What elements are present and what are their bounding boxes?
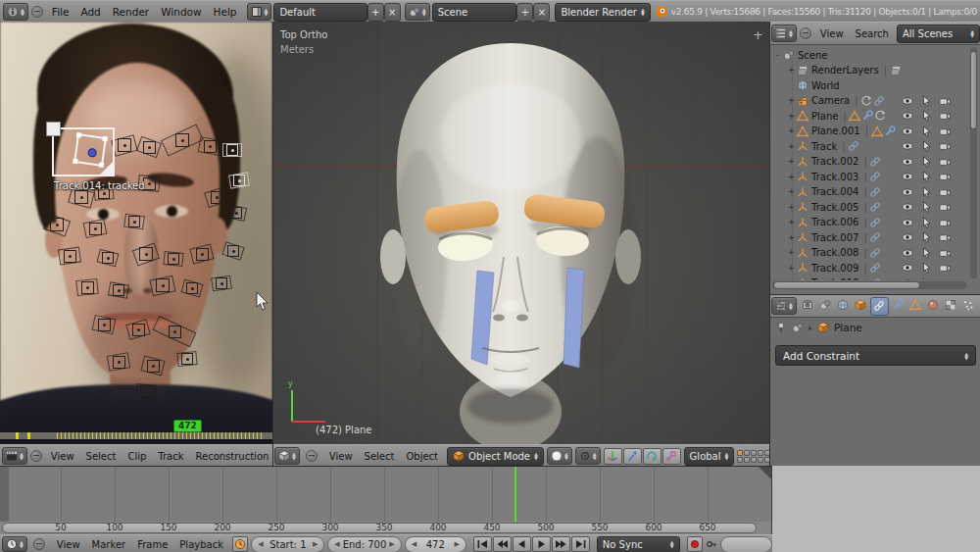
viewport-shading-button[interactable]: ▲▼ [547,447,572,465]
layer-toggle[interactable] [744,450,750,456]
outliner-row-track.005[interactable]: +Track.005| [769,199,966,215]
clip-collapse-menus-button[interactable] [30,450,42,462]
restrict-render-icon[interactable] [938,262,951,275]
properties-tab-data[interactable] [907,297,924,314]
outliner-row-plane[interactable]: +Plane| [769,108,966,124]
movie-clip-editor[interactable]: Track.014: tracked 472 [0,22,272,444]
manipulator-rotate-button[interactable] [643,448,662,465]
expander-icon[interactable]: + [787,233,796,242]
outliner-row-track.003[interactable]: +Track.003| [769,169,966,184]
editor-type-timeline-button[interactable]: ▲▼ [2,536,27,552]
keying-set-field[interactable] [720,536,772,552]
timeline-menu-frame[interactable]: Frame [131,539,173,550]
outliner-hscrollbar[interactable] [772,281,966,289]
layer-toggle[interactable] [751,457,757,463]
current-frame-field[interactable]: ◀472▶ [405,536,466,552]
restrict-view-icon[interactable] [901,171,913,183]
info-menu-file[interactable]: File [46,6,75,18]
next-keyframe-button[interactable] [552,536,570,552]
expander-icon[interactable]: + [787,173,796,181]
editor-type-3dview-button[interactable]: ▲▼ [274,447,300,465]
layer-toggle[interactable] [744,457,750,463]
vp-collapse-menus-button[interactable] [306,450,318,462]
restrict-view-icon[interactable] [901,155,913,168]
timeline-editor[interactable]: 50100150200250300350400450500550600650 [0,466,772,534]
divider[interactable] [769,22,770,466]
timeline-playhead[interactable] [514,466,516,522]
timeline-menu-playback[interactable]: Playback [173,539,229,550]
link-icon[interactable] [869,231,882,244]
jump-end-button[interactable] [571,536,590,552]
track-pattern-box[interactable] [74,133,107,167]
link-icon[interactable] [848,140,860,153]
mesh-icon[interactable] [849,110,861,123]
autokey-record-button[interactable] [687,536,703,552]
layer-toggle[interactable] [751,450,757,456]
restrict-view-icon[interactable] [901,125,913,137]
restrict-select-icon[interactable] [919,110,932,123]
restrict-select-icon[interactable] [919,216,932,228]
clip-frames-strip[interactable] [0,432,272,439]
properties-tab-scene[interactable] [817,297,834,314]
wrench-icon[interactable] [883,125,896,137]
restrict-render-icon[interactable] [938,246,951,259]
divider[interactable] [0,466,772,467]
prev-keyframe-button[interactable] [493,536,512,552]
restrict-view-icon[interactable] [901,185,913,198]
restrict-view-icon[interactable] [901,201,913,214]
viewport-menu-select[interactable]: Select [359,451,401,462]
outliner-row-track.008[interactable]: +Track.008| [769,245,966,261]
properties-tab-render[interactable] [800,297,816,314]
layer-toggle[interactable] [758,450,763,456]
delete-layout-button[interactable]: × [384,3,401,22]
clip-menu-view[interactable]: View [45,451,80,462]
outliner-row-world[interactable]: World [769,77,966,93]
timeline-menu-marker[interactable]: Marker [86,539,132,550]
outliner-row-track.006[interactable]: +Track.006| [769,215,966,230]
restrict-select-icon[interactable] [919,201,932,214]
restrict-view-icon[interactable] [901,262,913,275]
expander-icon[interactable]: + [787,66,796,75]
restrict-select-icon[interactable] [919,276,932,280]
outliner-row-track.010[interactable]: +Track.010| [769,276,966,281]
3d-viewport[interactable]: y Top Ortho Meters (472) Plane + [272,22,769,444]
delete-scene-button[interactable]: × [533,3,550,22]
expander-icon[interactable]: + [787,218,796,226]
play-reverse-button[interactable] [513,536,531,552]
restrict-select-icon[interactable] [919,155,932,168]
frame-start-field[interactable]: ◀Start: 1▶ [251,536,324,552]
expander-icon[interactable]: + [787,112,796,121]
add-constraint-button[interactable]: Add Constraint ▲▼ [775,345,976,366]
pivot-point-button[interactable]: ▲▼ [575,447,601,465]
link-icon[interactable] [869,171,882,183]
viewport-menu-object[interactable]: Object [400,451,444,462]
expander-icon[interactable]: + [787,126,796,135]
properties-tab-modifiers[interactable] [890,297,906,314]
expander-icon[interactable]: + [787,248,796,257]
timeline-resize-corner[interactable] [758,466,771,479]
expander-icon[interactable]: + [787,264,796,273]
info-menu-render[interactable]: Render [107,6,155,18]
link-icon[interactable] [869,185,882,198]
rlayers-icon[interactable] [889,64,902,76]
restrict-view-icon[interactable] [901,231,913,244]
expander-icon[interactable]: + [787,157,796,166]
properties-tab-world[interactable] [835,297,852,314]
editor-type-properties-button[interactable]: ▲▼ [771,297,797,315]
properties-tab-particles[interactable] [960,297,977,314]
restrict-view-icon[interactable] [901,94,913,107]
restrict-render-icon[interactable] [938,216,951,228]
restrict-view-icon[interactable] [901,140,913,153]
manipulator-axis-button[interactable] [604,448,622,465]
restrict-view-icon[interactable] [901,216,913,228]
timeline-collapse-menus-button[interactable] [33,538,45,550]
mesh-icon[interactable] [870,125,883,137]
outliner-row-plane.001[interactable]: +Plane.001| [769,124,966,139]
info-menu-add[interactable]: Add [74,6,106,18]
layer-toggle[interactable] [758,457,763,463]
clip-menu-track[interactable]: Track [152,451,189,462]
use-preview-range-button[interactable] [232,536,248,552]
mode-select[interactable]: Object Mode ▲▼ [447,447,544,466]
selected-track-marker[interactable]: Track.014: tracked [52,127,115,176]
3d-viewport-canvas[interactable]: y [272,22,769,444]
